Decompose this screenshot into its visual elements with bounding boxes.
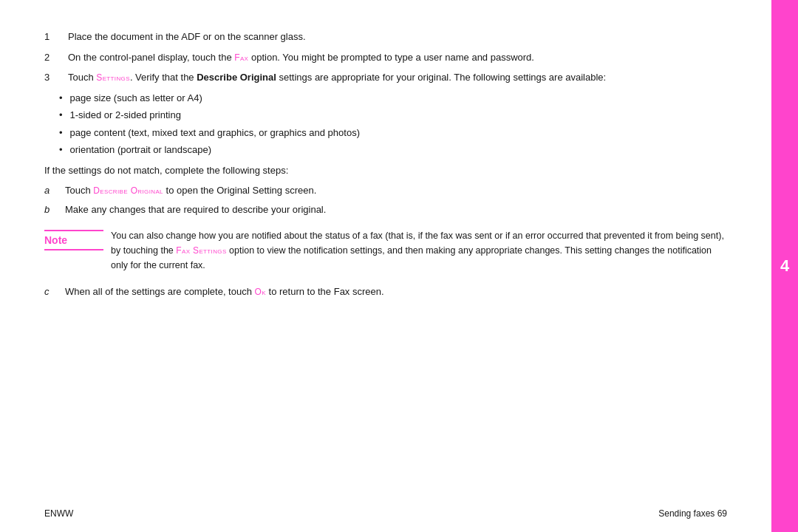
- main-numbered-list: 1 Place the document in the ADF or on th…: [44, 30, 727, 85]
- alpha-c-label: c: [44, 284, 65, 299]
- alpha-step-b: b Make any changes that are required to …: [44, 202, 727, 217]
- step-2-pre: On the control-panel display, touch the: [68, 52, 234, 63]
- bullet-list: page size (such as letter or A4) 1-sided…: [59, 91, 727, 157]
- alpha-step-a: a Touch Describe Original to open the Or…: [44, 183, 727, 198]
- step-3-text: Touch Settings. Verify that the Describe…: [68, 70, 727, 85]
- bullet-3: page content (text, mixed text and graph…: [59, 126, 727, 140]
- step-1-number: 1: [44, 30, 68, 44]
- footer-right: Sending faxes 69: [658, 508, 727, 519]
- footer: ENWW Sending faxes 69: [44, 508, 727, 519]
- step-3-number: 3: [44, 70, 68, 85]
- step-3-mid: . Verify that the: [130, 72, 197, 83]
- bullet-1: page size (such as letter or A4): [59, 91, 727, 106]
- note-text-link: Fax Settings: [176, 245, 226, 256]
- content-area: 1 Place the document in the ADF or on th…: [0, 0, 771, 532]
- chapter-number: 4: [780, 256, 789, 276]
- alpha-list-c: c When all of the settings are complete,…: [44, 284, 727, 299]
- note-label: Note: [44, 234, 67, 246]
- note-label-col: Note: [44, 228, 111, 273]
- note-content: You can also change how you are notified…: [111, 228, 727, 273]
- bullet-2: 1-sided or 2-sided printing: [59, 108, 727, 123]
- alpha-a-link: Describe Original: [93, 185, 163, 196]
- step-3-post: settings are appropriate for your origin…: [276, 72, 606, 83]
- step-3-bold: Describe Original: [197, 72, 276, 83]
- note-line-bottom: [44, 249, 103, 250]
- conditional-text: If the settings do not match, complete t…: [44, 163, 727, 178]
- alpha-a-post: to open the Original Setting screen.: [163, 185, 316, 196]
- step-3-link: Settings: [96, 72, 130, 83]
- alpha-step-c: c When all of the settings are complete,…: [44, 284, 727, 299]
- alpha-a-pre: Touch: [65, 185, 93, 196]
- step-2-post: option. You might be prompted to type a …: [248, 52, 534, 63]
- alpha-b-label: b: [44, 202, 65, 217]
- alpha-c-content: When all of the settings are complete, t…: [65, 284, 727, 299]
- step-c-pre: When all of the settings are complete, t…: [65, 286, 255, 297]
- step-3: 3 Touch Settings. Verify that the Descri…: [44, 70, 727, 85]
- alpha-b-content: Make any changes that are required to de…: [65, 202, 727, 217]
- note-line-top: [44, 230, 103, 231]
- alpha-list: a Touch Describe Original to open the Or…: [44, 183, 727, 216]
- step-c-link: Ok: [255, 287, 266, 297]
- step-1: 1 Place the document in the ADF or on th…: [44, 30, 727, 44]
- step-1-text: Place the document in the ADF or on the …: [68, 30, 727, 44]
- step-2-number: 2: [44, 50, 68, 65]
- footer-left: ENWW: [44, 508, 73, 519]
- step-3-pre: Touch: [68, 72, 96, 83]
- page-container: 1 Place the document in the ADF or on th…: [0, 0, 798, 532]
- step-2-link: Fax: [234, 52, 248, 63]
- alpha-a-label: a: [44, 183, 65, 198]
- note-box: Note You can also change how you are not…: [44, 228, 727, 273]
- step-2-text: On the control-panel display, touch the …: [68, 50, 727, 65]
- alpha-a-content: Touch Describe Original to open the Orig…: [65, 183, 727, 198]
- step-2: 2 On the control-panel display, touch th…: [44, 50, 727, 65]
- bullet-4: orientation (portrait or landscape): [59, 143, 727, 157]
- step-c-post: to return to the Fax screen.: [266, 286, 384, 297]
- chapter-tab: 4: [771, 0, 798, 532]
